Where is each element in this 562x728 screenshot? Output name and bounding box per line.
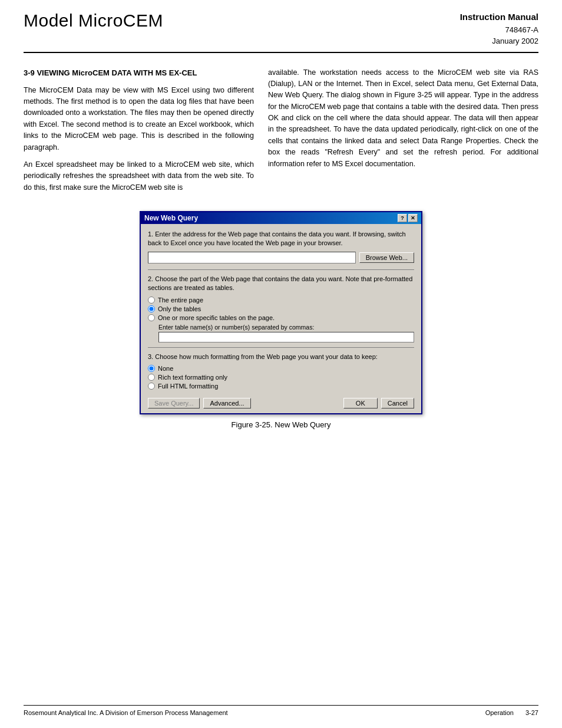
radio-none-input[interactable]: [148, 365, 155, 372]
footer-left-buttons: Save Query... Advanced...: [148, 398, 251, 409]
browse-web-button[interactable]: Browse Web...: [359, 252, 414, 263]
page-header: Model MicroCEM Instruction Manual 748467…: [0, 0, 562, 52]
radio-rich-text: Rich text formatting only: [148, 374, 414, 381]
divider-1: [148, 269, 414, 270]
dialog-body: 1. Enter the address for the Web page th…: [141, 224, 421, 413]
page-footer: Rosemount Analytical Inc. A Division of …: [24, 705, 538, 716]
titlebar-buttons: ? ✕: [398, 214, 418, 222]
close-button[interactable]: ✕: [408, 214, 418, 222]
help-button[interactable]: ?: [398, 214, 407, 222]
footer-right: Operation 3-27: [485, 709, 538, 716]
step3-radio-group: None Rich text formatting only Full HTML…: [148, 365, 414, 390]
radio-specific-tables-label: One or more specific tables on the page.: [158, 314, 275, 321]
url-input[interactable]: [148, 252, 356, 263]
dialog-titlebar: New Web Query ? ✕: [141, 212, 421, 224]
header-right: Instruction Manual 748467-A January 2002: [460, 11, 538, 47]
radio-full-html-label: Full HTML formatting: [158, 383, 218, 390]
step2-radio-group: The entire page Only the tables One or m…: [148, 297, 414, 321]
advanced-button[interactable]: Advanced...: [203, 398, 250, 409]
step2-text: 2. Choose the part of the Web page that …: [148, 275, 414, 293]
footer-left: Rosemount Analytical Inc. A Division of …: [24, 709, 228, 716]
cancel-button[interactable]: Cancel: [381, 398, 414, 409]
left-column: 3-9 VIEWING MicroCEM DATA WITH MS EX-CEL…: [24, 67, 254, 200]
figure-caption: Figure 3-25. New Web Query: [232, 420, 331, 429]
section-heading: 3-9 VIEWING MicroCEM DATA WITH MS EX-CEL: [24, 67, 254, 79]
manual-title: Instruction Manual: [460, 11, 538, 24]
radio-entire-page-input[interactable]: [148, 297, 155, 304]
step1-text: 1. Enter the address for the Web page th…: [148, 230, 414, 248]
radio-full-html: Full HTML formatting: [148, 383, 414, 390]
right-column: available. The workstation needs access …: [268, 67, 538, 200]
footer-right-buttons: OK Cancel: [343, 398, 414, 409]
radio-rich-text-input[interactable]: [148, 374, 155, 381]
dialog-area: New Web Query ? ✕ 1. Enter the address f…: [0, 199, 562, 441]
radio-specific-tables-input[interactable]: [148, 314, 155, 321]
table-name-input[interactable]: [158, 332, 414, 342]
save-query-button[interactable]: Save Query...: [148, 398, 200, 409]
radio-only-tables-input[interactable]: [148, 305, 155, 312]
radio-only-tables: Only the tables: [148, 305, 414, 312]
dialog-title: New Web Query: [144, 214, 198, 222]
dialog-footer: Save Query... Advanced... OK Cancel: [148, 396, 414, 409]
right-para-1: available. The workstation needs access …: [268, 67, 538, 170]
new-web-query-dialog: New Web Query ? ✕ 1. Enter the address f…: [140, 211, 422, 414]
radio-rich-text-label: Rich text formatting only: [158, 374, 227, 381]
radio-specific-tables: One or more specific tables on the page.: [148, 314, 414, 321]
left-para-2: An Excel spreadsheet may be linked to a …: [24, 159, 254, 193]
radio-entire-page: The entire page: [148, 297, 414, 304]
main-content: 3-9 VIEWING MicroCEM DATA WITH MS EX-CEL…: [0, 53, 562, 200]
left-para-1: The MicroCEM Data may be view with MS Ex…: [24, 85, 254, 153]
footer-page-number: 3-27: [525, 709, 538, 716]
table-name-label: Enter table name(s) or number(s) separat…: [158, 324, 414, 331]
radio-none-label: None: [158, 365, 173, 372]
footer-section-label: Operation: [485, 709, 514, 716]
part-number: 748467-A: [460, 24, 538, 36]
step3-text: 3. Choose how much formatting from the W…: [148, 353, 414, 361]
model-title: Model MicroCEM: [24, 11, 163, 31]
divider-2: [148, 347, 414, 348]
url-input-row: Browse Web...: [148, 252, 414, 263]
radio-full-html-input[interactable]: [148, 383, 155, 390]
ok-button[interactable]: OK: [343, 398, 378, 409]
date: January 2002: [460, 35, 538, 47]
radio-entire-page-label: The entire page: [158, 297, 203, 304]
radio-none: None: [148, 365, 414, 372]
radio-only-tables-label: Only the tables: [158, 305, 201, 312]
